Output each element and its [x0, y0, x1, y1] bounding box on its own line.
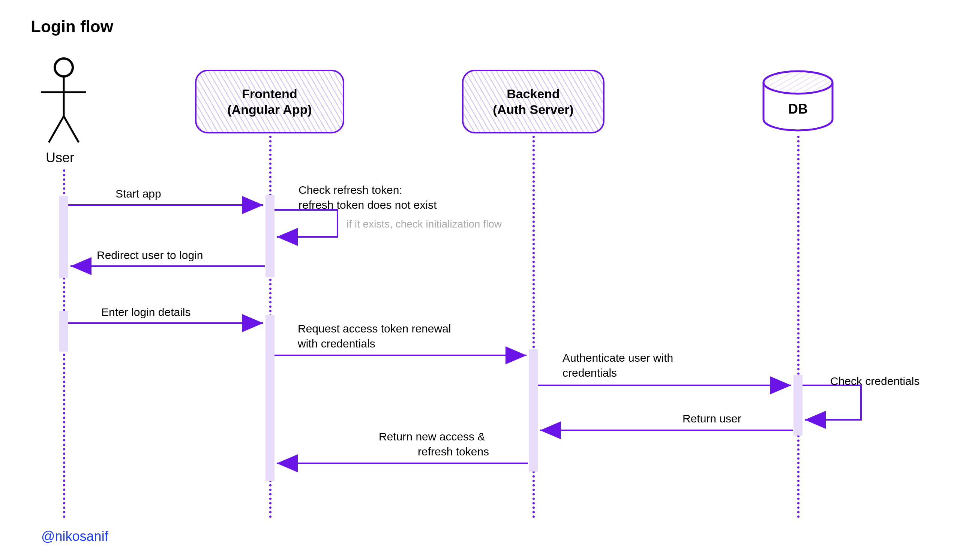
- participant-backend-line1: Backend: [507, 87, 560, 101]
- attribution: @nikosanif: [41, 528, 109, 544]
- svg-line-4: [64, 116, 79, 142]
- activation-frontend-2: [266, 315, 274, 481]
- activation-backend: [529, 349, 538, 472]
- sequence-diagram: Login flow User Frontend (Angular App) B…: [0, 0, 972, 560]
- msg-check-refresh-1: Check refresh token:: [299, 184, 402, 197]
- activation-frontend-1: [266, 195, 274, 277]
- msg-return-tokens-2: refresh tokens: [418, 445, 489, 458]
- msg-enter-login: Enter login details: [101, 306, 190, 318]
- msg-request-token-2: with credentials: [298, 337, 376, 350]
- msg-check-creds: Check credentials: [830, 375, 920, 388]
- activation-db: [793, 375, 803, 435]
- participant-db-label: DB: [760, 101, 835, 117]
- svg-point-0: [55, 58, 73, 77]
- msg-redirect: Redirect user to login: [97, 249, 203, 262]
- participant-frontend-line1: Frontend: [242, 87, 297, 101]
- activation-user-1: [59, 196, 68, 278]
- diagram-title: Login flow: [31, 17, 113, 36]
- msg-request-token-1: Request access token renewal: [298, 322, 451, 335]
- participant-frontend-line2: (Angular App): [227, 102, 312, 117]
- participant-backend-line2: (Auth Server): [493, 102, 573, 117]
- msg-start-app: Start app: [115, 187, 161, 200]
- lifeline-db: [797, 136, 800, 518]
- msg-auth-1: Authenticate user with: [563, 352, 673, 364]
- activation-user-2: [59, 311, 68, 352]
- msg-check-refresh-note: if it exists, check initialization flow: [346, 218, 502, 230]
- msg-return-tokens-1: Return new access &: [379, 430, 485, 443]
- msg-auth-2: credentials: [563, 367, 617, 379]
- participant-db: DB: [760, 70, 835, 133]
- actor-user-label: User: [46, 150, 74, 166]
- msg-check-refresh-2: refresh token does not exist: [299, 199, 437, 212]
- svg-line-3: [49, 116, 64, 142]
- svg-point-6: [763, 71, 832, 94]
- msg-return-user: Return user: [683, 412, 742, 425]
- participant-backend: Backend (Auth Server): [462, 70, 605, 133]
- participant-frontend: Frontend (Angular App): [195, 70, 344, 133]
